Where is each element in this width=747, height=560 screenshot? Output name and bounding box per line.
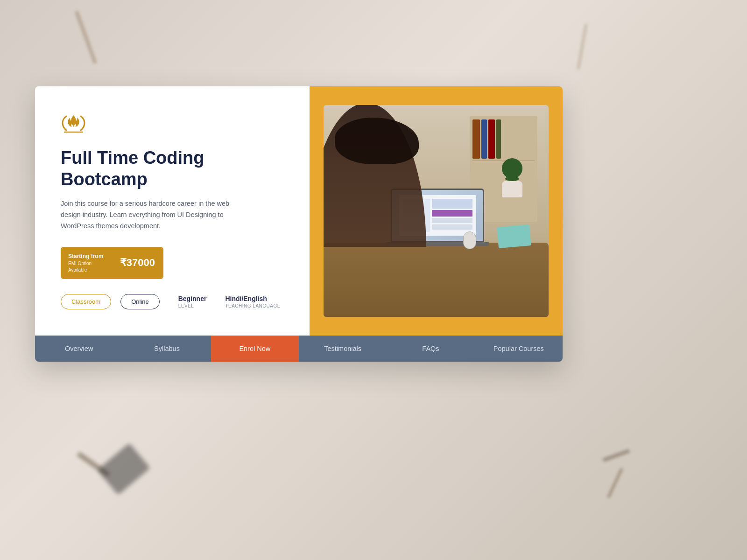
book2	[481, 119, 487, 159]
navigation-bar: Overview Syllabus Enrol Now Testimonials…	[35, 336, 563, 362]
language-label: TEACHING LANGUAGE	[225, 303, 281, 308]
screen-item4	[432, 224, 472, 230]
hero-image	[324, 105, 549, 317]
course-description: Join this course for a serious hardcore …	[61, 198, 238, 232]
nav-enrol-now[interactable]: Enrol Now	[211, 336, 299, 362]
card-content: Full Time Coding Bootcamp Join this cour…	[35, 86, 563, 336]
shelf-books	[472, 119, 535, 159]
photo-simulation	[324, 105, 549, 317]
plant-leaves	[502, 158, 522, 179]
main-card: Full Time Coding Bootcamp Join this cour…	[35, 86, 563, 362]
left-panel: Full Time Coding Bootcamp Join this cour…	[35, 86, 310, 336]
flame-icon	[61, 112, 86, 136]
language-info: Hindi/English TEACHING LANGUAGE	[225, 295, 281, 308]
screen-item2	[432, 210, 472, 217]
classroom-mode-button[interactable]: Classroom	[61, 294, 111, 309]
price-value: ₹37000	[113, 248, 162, 278]
nav-faqs[interactable]: FAQs	[387, 336, 474, 362]
right-panel	[310, 86, 563, 336]
nav-syllabus[interactable]: Syllabus	[123, 336, 211, 362]
course-title: Full Time Coding Bootcamp	[61, 147, 284, 190]
language-value: Hindi/English	[225, 295, 281, 302]
price-box: Starting from EMI Option Available ₹3700…	[61, 247, 163, 279]
info-row: Classroom Online Beginner LEVEL Hindi/En…	[61, 294, 284, 309]
level-info: Beginner LEVEL	[178, 295, 207, 308]
notebook	[497, 224, 532, 248]
level-label: LEVEL	[178, 303, 207, 308]
level-value: Beginner	[178, 295, 207, 302]
price-label: Starting from EMI Option Available	[62, 248, 113, 278]
desk	[324, 243, 549, 317]
screen-right-panel	[432, 199, 472, 232]
book1	[472, 119, 480, 159]
book3	[488, 119, 495, 159]
online-mode-button[interactable]: Online	[120, 294, 160, 309]
nav-popular-courses[interactable]: Popular Courses	[475, 336, 563, 362]
plant-leaves2	[505, 176, 519, 181]
nav-overview[interactable]: Overview	[35, 336, 123, 362]
brand-logo	[61, 112, 284, 136]
nav-testimonials[interactable]: Testimonials	[299, 336, 387, 362]
plant	[498, 158, 526, 197]
plant-pot	[502, 181, 522, 197]
book4	[496, 119, 501, 159]
screen-item3	[432, 218, 472, 223]
mouse	[463, 231, 476, 249]
screen-item1	[432, 199, 472, 209]
